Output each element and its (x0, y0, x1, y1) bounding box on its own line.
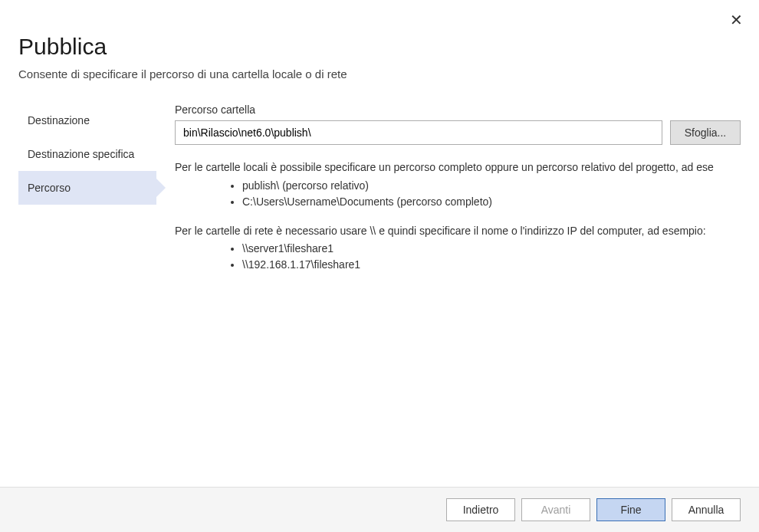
sidebar-item-destination[interactable]: Destinazione (18, 103, 156, 137)
dialog-header: Pubblica Consente di specificare il perc… (0, 0, 759, 80)
sidebar-item-path[interactable]: Percorso (18, 171, 156, 205)
dialog-content: Destinazione Destinazione specifica Perc… (0, 80, 759, 287)
wizard-sidebar: Destinazione Destinazione specifica Perc… (18, 103, 156, 287)
list-item: C:\Users\Username\Documents (percorso co… (242, 194, 741, 210)
next-button: Avanti (521, 498, 590, 521)
help-network-intro: Per le cartelle di rete è necessario usa… (175, 224, 741, 239)
help-network-list: \\server1\fileshare1 \\192.168.1.17\file… (175, 241, 741, 273)
list-item: publish\ (percorso relativo) (242, 178, 741, 194)
folder-path-row: Sfoglia... (175, 120, 741, 145)
dialog-footer: Indietro Avanti Fine Annulla (0, 487, 759, 532)
folder-path-input[interactable] (175, 120, 662, 145)
help-text-block: Per le cartelle locali è possibile speci… (175, 160, 741, 273)
help-local-list: publish\ (percorso relativo) C:\Users\Us… (175, 178, 741, 210)
finish-button[interactable]: Fine (596, 498, 665, 521)
dialog-subtitle: Consente di specificare il percorso di u… (18, 67, 741, 80)
list-item: \\192.168.1.17\fileshare1 (242, 257, 741, 273)
main-panel: Percorso cartella Sfoglia... Per le cart… (156, 103, 741, 287)
help-local-intro: Per le cartelle locali è possibile speci… (175, 160, 741, 176)
close-icon[interactable]: ✕ (727, 11, 745, 29)
folder-path-label: Percorso cartella (175, 103, 741, 116)
sidebar-item-specific-destination[interactable]: Destinazione specifica (18, 137, 156, 171)
browse-button[interactable]: Sfoglia... (670, 120, 741, 145)
list-item: \\server1\fileshare1 (242, 241, 741, 257)
back-button[interactable]: Indietro (446, 498, 515, 521)
cancel-button[interactable]: Annulla (672, 498, 741, 521)
dialog-title: Pubblica (18, 34, 741, 60)
